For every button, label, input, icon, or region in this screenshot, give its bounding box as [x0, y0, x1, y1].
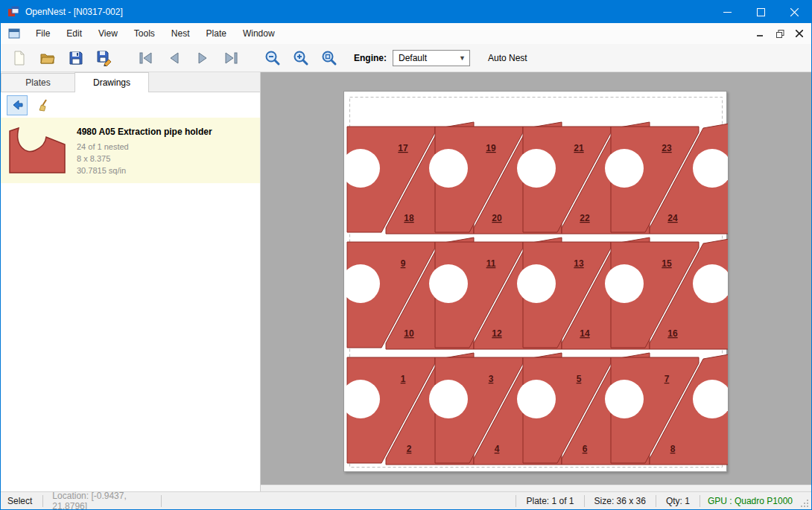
nest-row: 17 18 19 20 21 22 — [344, 122, 728, 234]
zoom-in-icon — [293, 50, 309, 66]
part-number: 4 — [495, 444, 500, 454]
engine-value: Default — [399, 53, 427, 63]
nest-canvas[interactable]: 17 18 19 20 21 22 — [261, 72, 811, 491]
minimize-button[interactable] — [711, 1, 744, 23]
part-number: 22 — [580, 213, 590, 223]
part-number: 23 — [662, 143, 672, 153]
part-number: 14 — [580, 328, 590, 339]
plate[interactable]: 17 18 19 20 21 22 — [343, 91, 727, 472]
main-toolbar: Engine: Default ▼ Auto Nest — [1, 44, 811, 72]
zoom-in-button[interactable] — [288, 46, 314, 70]
blue-arrow-left-icon — [10, 98, 24, 112]
part-number: 6 — [583, 444, 588, 454]
last-arrow-icon — [223, 50, 239, 66]
part-number: 13 — [574, 258, 584, 269]
save-edit-icon — [96, 50, 112, 66]
part-nested-count: 24 of 1 nested — [77, 141, 212, 153]
notch-void — [517, 380, 556, 418]
new-button[interactable] — [7, 46, 32, 70]
zoom-out-button[interactable] — [260, 46, 285, 70]
engine-select[interactable]: Default ▼ — [393, 50, 470, 66]
auto-nest-label[interactable]: Auto Nest — [488, 53, 527, 63]
save-icon — [68, 50, 84, 66]
part-number: 7 — [664, 374, 670, 384]
part-number: 24 — [667, 213, 678, 223]
part-area: 30.7815 sq/in — [77, 165, 212, 176]
cursor-location: Location: [-0.9437, 21.8796] — [43, 491, 161, 510]
part-number: 20 — [492, 213, 502, 223]
previous-plate-button[interactable] — [162, 46, 187, 70]
part-number: 11 — [486, 258, 496, 269]
save-edit-button[interactable] — [92, 46, 117, 70]
gpu-indicator: GPU : Quadro P1000 — [700, 496, 800, 506]
mdi-restore-icon — [776, 30, 784, 38]
return-part-button[interactable] — [7, 95, 28, 115]
part-number: 19 — [486, 143, 496, 153]
chevron-down-icon: ▼ — [459, 54, 466, 62]
menu-plate[interactable]: Plate — [198, 24, 235, 43]
app-window: OpenNest - [N0317-002] File Edit View To… — [0, 0, 812, 510]
plate-qty: Qty: 1 — [656, 496, 700, 506]
part-title: 4980 A05 Extraction pipe holder — [77, 127, 212, 137]
maximize-icon — [757, 8, 765, 16]
notch-void — [517, 264, 556, 303]
part-number: 8 — [670, 444, 676, 454]
menu-edit[interactable]: Edit — [58, 24, 90, 43]
panel-toolbar — [1, 92, 260, 118]
menubar: File Edit View Tools Nest Plate Window — [1, 23, 811, 44]
menu-window[interactable]: Window — [235, 24, 283, 43]
horizontal-scrollbar[interactable] — [261, 485, 811, 491]
tab-drawings[interactable]: Drawings — [74, 72, 149, 92]
notch-void — [605, 149, 644, 188]
part-number: 2 — [407, 444, 412, 454]
new-file-icon — [11, 50, 28, 66]
drawing-list-item[interactable]: 4980 A05 Extraction pipe holder 24 of 1 … — [1, 118, 260, 183]
part-number: 18 — [404, 213, 414, 223]
menu-file[interactable]: File — [28, 24, 58, 43]
notch-void — [605, 380, 644, 418]
notch-void — [517, 149, 556, 188]
clear-button[interactable] — [33, 95, 54, 115]
plate-size: Size: 36 x 36 — [585, 496, 656, 506]
zoom-fit-icon — [321, 50, 337, 66]
next-arrow-icon — [194, 50, 211, 66]
mode-indicator: Select — [1, 496, 42, 506]
panel-tabs: Plates Drawings — [1, 72, 260, 92]
plate-count: Plate: 1 of 1 — [516, 496, 583, 506]
save-button[interactable] — [63, 46, 89, 70]
part-number: 10 — [404, 328, 414, 339]
tab-plates[interactable]: Plates — [1, 73, 75, 92]
statusbar-separator — [161, 495, 162, 507]
open-folder-icon — [39, 50, 56, 66]
mdi-close-icon — [796, 30, 803, 37]
resize-grip[interactable] — [800, 499, 809, 508]
menu-nest[interactable]: Nest — [163, 24, 198, 43]
mdi-restore-button[interactable] — [773, 27, 787, 40]
part-thumbnail — [7, 124, 69, 176]
part-number: 15 — [662, 258, 672, 269]
notch-void — [605, 264, 644, 303]
part-number: 3 — [489, 374, 494, 384]
mdi-close-button[interactable] — [792, 27, 807, 40]
open-button[interactable] — [35, 46, 60, 70]
mdi-minimize-button[interactable] — [753, 27, 768, 40]
first-arrow-icon — [138, 50, 154, 66]
part-number: 21 — [574, 143, 584, 153]
first-plate-button[interactable] — [133, 46, 159, 70]
mdi-minimize-icon — [757, 30, 764, 37]
nest-row: 1 2 3 4 5 6 — [344, 353, 728, 465]
maximize-button[interactable] — [744, 1, 778, 23]
last-plate-button[interactable] — [218, 46, 244, 70]
part-dimensions: 8 x 8.375 — [77, 153, 212, 165]
zoom-fit-button[interactable] — [317, 46, 342, 70]
close-button[interactable] — [778, 1, 811, 23]
next-plate-button[interactable] — [190, 46, 215, 70]
menu-tools[interactable]: Tools — [126, 24, 163, 43]
nest-row: 9 10 11 12 13 14 — [344, 238, 728, 349]
engine-label: Engine: — [354, 53, 387, 63]
menu-view[interactable]: View — [90, 24, 126, 43]
statusbar: Select Location: [-0.9437, 21.8796] Plat… — [1, 491, 811, 509]
notch-void — [429, 380, 468, 418]
part-number: 1 — [401, 374, 406, 384]
close-icon — [790, 8, 799, 16]
